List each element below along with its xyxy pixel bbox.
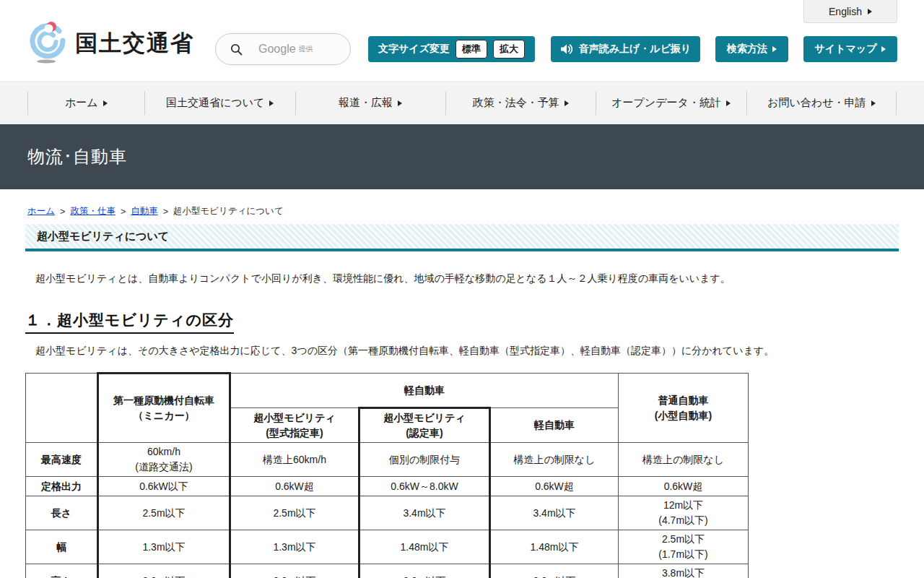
cell: 0.6kW以下 — [98, 477, 230, 496]
cell: 1.48m以下 — [359, 530, 490, 564]
mlit-logo-icon — [27, 20, 68, 66]
chevron-right-icon — [871, 100, 876, 106]
cell: 2.0m以下 — [98, 564, 230, 578]
logo-text: 国土交通省 — [75, 28, 194, 59]
cell: 0.6kW超 — [490, 477, 619, 496]
nav-item-label: ホーム — [65, 96, 98, 110]
breadcrumb-separator: > — [121, 207, 126, 217]
cell: 2.0m以下 — [230, 564, 359, 578]
section-heading-1-text: １．超小型モビリティの区分 — [25, 310, 234, 334]
col-header-type-designated: 超小型モビリティ (型式指定車) — [230, 408, 359, 443]
breadcrumb-link-policy[interactable]: 政策・仕事 — [70, 205, 116, 217]
row-header: 長さ — [26, 496, 98, 530]
row-header: 幅 — [26, 530, 98, 564]
col-group-header-kei: 軽自動車 — [230, 374, 619, 408]
english-label: English — [829, 6, 862, 17]
cell: 2.5m以下 (1.7m以下) — [619, 530, 749, 564]
sitemap-button[interactable]: サイトマップ — [803, 36, 897, 62]
table-row-rated-output: 定格出力 0.6kW以下 0.6kW超 0.6kW～8.0kW 0.6kW超 0… — [26, 477, 749, 496]
cell: 12m以下 (4.7m以下) — [619, 496, 749, 530]
nav-item-contact[interactable]: お問い合わせ・申請 — [746, 82, 897, 124]
cell: 1.48m以下 — [490, 530, 619, 564]
search-provider-label: Google — [258, 43, 296, 56]
section-heading-1: １．超小型モビリティの区分 — [25, 310, 899, 334]
nav-item-opendata[interactable]: オープンデータ・統計 — [596, 82, 746, 124]
cell: 個別の制限付与 — [359, 443, 490, 477]
sitemap-label: サイトマップ — [815, 43, 877, 56]
cell: 1.3m以下 — [230, 530, 359, 564]
nav-item-label: お問い合わせ・申請 — [767, 96, 866, 110]
cell: 2.5m以下 — [230, 496, 359, 530]
chevron-right-icon — [868, 9, 872, 14]
nav-item-home[interactable]: ホーム — [27, 82, 144, 124]
nav-item-label: オープンデータ・統計 — [611, 96, 721, 110]
category-title: 物流･自動車 — [27, 145, 127, 168]
search-method-label: 検索方法 — [727, 43, 767, 56]
col-header-ordinary: 普通自動車 (小型自動車) — [619, 374, 749, 443]
main-content: 超小型モビリティについて 超小型モビリティとは、自動車よりコンパクトで小回りが利… — [25, 224, 899, 578]
cell: 2.0m以下 — [490, 564, 619, 578]
english-button[interactable]: English — [803, 0, 897, 23]
cell: 2.0m以下 — [359, 564, 490, 578]
chevron-right-icon — [398, 100, 402, 106]
cell: 3.4m以下 — [359, 496, 490, 530]
col-header-kei: 軽自動車 — [490, 408, 619, 443]
page-title: 超小型モビリティについて — [25, 224, 899, 251]
row-header: 定格出力 — [26, 477, 98, 496]
cell: 構造上の制限なし — [490, 443, 619, 477]
classification-paragraph: 超小型モビリティは、その大きさや定格出力に応じて、3つの区分（第一種原動機付自転… — [25, 343, 899, 358]
cell: 3.4m以下 — [490, 496, 619, 530]
audio-reading-button[interactable]: 音声読み上げ・ルビ振り — [551, 36, 700, 62]
breadcrumb-link-automobile[interactable]: 自動車 — [131, 205, 158, 217]
font-size-control: 文字サイズ変更 標準 拡大 — [368, 36, 535, 62]
nav-item-press[interactable]: 報道・広報 — [295, 82, 445, 124]
global-nav: ホーム 国土交通省について 報道・広報 政策・法令・予算 オープンデータ・統計 … — [0, 81, 924, 124]
chevron-right-icon — [269, 100, 274, 106]
cell: 1.3m以下 — [98, 530, 230, 564]
chevron-right-icon — [726, 100, 731, 106]
mlit-logo[interactable]: 国土交通省 — [27, 20, 194, 66]
table-row-width: 幅 1.3m以下 1.3m以下 1.48m以下 1.48m以下 2.5m以下 (… — [26, 530, 749, 564]
nav-item-policy[interactable]: 政策・法令・予算 — [445, 82, 596, 124]
font-size-label: 文字サイズ変更 — [378, 43, 450, 56]
cell: 60km/h (道路交通法) — [98, 443, 230, 477]
cell: 0.6kW超 — [619, 477, 749, 496]
row-header: 最高速度 — [26, 443, 98, 477]
audio-reading-label: 音声読み上げ・ルビ振り — [579, 43, 692, 56]
cell: 0.6kW超 — [230, 477, 359, 496]
nav-item-label: 国土交通省について — [166, 96, 264, 110]
cell: 3.8m以下 (2.0m以下) — [619, 564, 749, 578]
row-header: 高さ — [26, 564, 98, 578]
site-header: 国土交通省 Google 提供 文字サイズ変更 標準 拡大 音声読み上げ・ルビ振… — [0, 0, 924, 81]
chevron-right-icon — [772, 46, 777, 52]
font-size-standard-button[interactable]: 標準 — [456, 40, 487, 59]
search-provider-suffix: 提供 — [299, 44, 313, 54]
breadcrumb-current: 超小型モビリティについて — [173, 205, 284, 217]
nav-item-label: 報道・広報 — [339, 96, 393, 110]
category-banner: 物流･自動車 — [0, 124, 924, 189]
breadcrumb-separator: > — [163, 207, 168, 217]
table-corner-cell — [26, 374, 98, 443]
search-icon — [230, 43, 243, 56]
classification-table: 第一種原動機付自転車 （ミニカー） 軽自動車 普通自動車 (小型自動車) 超小型… — [25, 372, 749, 578]
breadcrumb-separator: > — [60, 207, 65, 217]
cell: 構造上60km/h — [230, 443, 359, 477]
chevron-right-icon — [881, 46, 886, 52]
table-row-max-speed: 最高速度 60km/h (道路交通法) 構造上60km/h 個別の制限付与 構造… — [26, 443, 749, 477]
chevron-right-icon — [565, 100, 569, 106]
col-header-certified: 超小型モビリティ (認定車) — [359, 408, 490, 443]
table-row-length: 長さ 2.5m以下 2.5m以下 3.4m以下 3.4m以下 12m以下 (4.… — [26, 496, 749, 530]
speaker-icon — [560, 43, 573, 55]
cell: 2.5m以下 — [98, 496, 230, 530]
breadcrumb-link-home[interactable]: ホーム — [27, 205, 55, 217]
cell: 構造上の制限なし — [619, 443, 749, 477]
chevron-right-icon — [103, 100, 108, 106]
search-method-button[interactable]: 検索方法 — [715, 36, 788, 62]
nav-item-label: 政策・法令・予算 — [473, 96, 559, 110]
cell: 0.6kW～8.0kW — [359, 477, 490, 496]
nav-item-about[interactable]: 国土交通省について — [144, 82, 295, 124]
breadcrumb: ホーム > 政策・仕事 > 自動車 > 超小型モビリティについて — [0, 189, 924, 217]
col-header-minicar: 第一種原動機付自転車 （ミニカー） — [98, 374, 230, 443]
font-size-large-button[interactable]: 拡大 — [493, 40, 525, 59]
search-input[interactable]: Google 提供 — [215, 33, 351, 65]
